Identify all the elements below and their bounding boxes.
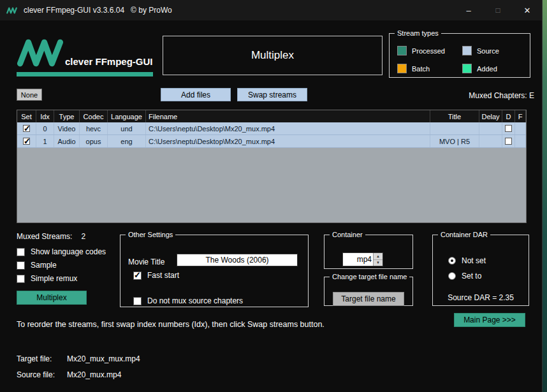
stream-types-label: Stream types [395, 29, 441, 37]
column-header-codec[interactable]: Codec [80, 110, 108, 122]
page-title-label: Multiplex [251, 49, 294, 62]
set-checkbox[interactable] [23, 125, 30, 132]
no-source-chapters-checkbox[interactable] [133, 297, 142, 305]
main-page-button[interactable]: Main Page >>> [454, 313, 525, 327]
minimize-icon[interactable]: – [454, 0, 483, 20]
no-source-chapters-label: Do not mux source chapters [147, 296, 243, 305]
batch-swatch [397, 64, 407, 73]
muxed-streams-status: Muxed Streams: 2 [17, 232, 85, 241]
logo-underline [17, 72, 153, 76]
column-header-delay[interactable]: Delay [479, 110, 502, 122]
d-checkbox[interactable] [505, 138, 512, 145]
idx-cell: 1 [36, 135, 54, 147]
window-title: clever FFmpeg-GUI v3.3.6.04 © by ProWo [24, 6, 172, 15]
muxed-chapters-status: Muxed Chapters: E [469, 91, 534, 100]
simple-remux-checkbox[interactable] [17, 275, 25, 283]
simple-remux-label: Simple remux [31, 274, 77, 283]
other-settings-group: Other Settings Movie Title Fast start Do… [120, 231, 309, 307]
source-file-label: Source file: [17, 370, 67, 379]
simple-remux-option[interactable]: Simple remux [17, 274, 77, 283]
muxed-streams-label: Muxed Streams: [17, 232, 72, 241]
add-files-button[interactable]: Add files [161, 88, 231, 101]
title-cell [430, 122, 479, 134]
spin-up-icon[interactable]: ▲ [374, 253, 383, 260]
d-cell [502, 122, 515, 134]
legend-source-label: Source [477, 47, 499, 55]
processed-swatch [397, 46, 407, 55]
dar-not-set-radio[interactable] [448, 257, 456, 265]
f-cell [515, 122, 526, 134]
maximize-icon[interactable]: □ [483, 0, 513, 20]
close-icon[interactable]: ✕ [513, 0, 542, 20]
fast-start-label: Fast start [147, 271, 179, 280]
target-file-value: Mx20_mux_mux.mp4 [67, 354, 140, 363]
table-row[interactable]: 0 Video hevc und C:\Users\neptu\Desktop\… [17, 122, 526, 135]
language-cell: und [108, 122, 146, 134]
idx-cell: 0 [36, 122, 54, 134]
codec-cell: hevc [80, 122, 108, 134]
dar-set-to-radio[interactable] [448, 272, 456, 280]
none-button[interactable]: None [17, 89, 42, 101]
stream-types-group: Stream types Processed Source Batch Adde… [389, 29, 530, 78]
page-title: Multiplex [163, 36, 383, 75]
container-input[interactable] [343, 253, 373, 266]
column-header-d[interactable]: D [502, 110, 515, 122]
dar-not-set-option[interactable]: Not set [448, 256, 486, 265]
d-cell [502, 135, 515, 147]
no-source-chapters-option[interactable]: Do not mux source chapters [133, 296, 243, 305]
show-language-codes-option[interactable]: Show language codes [17, 247, 106, 256]
dar-set-to-option[interactable]: Set to [448, 272, 481, 280]
column-header-type[interactable]: Type [54, 110, 80, 122]
movie-title-input[interactable] [177, 254, 298, 266]
language-cell: eng [108, 135, 146, 147]
sample-checkbox[interactable] [17, 261, 25, 270]
legend-batch: Batch [397, 64, 430, 73]
table-header-row: Set Idx Type Codec Language Filename Tit… [17, 110, 526, 122]
delay-cell [479, 135, 502, 147]
filename-cell: C:\Users\neptu\Desktop\Mx20_mux.mp4 [146, 135, 430, 147]
source-swatch [462, 46, 472, 55]
codec-cell: opus [80, 135, 108, 147]
filename-cell: C:\Users\neptu\Desktop\Mx20_mux.mp4 [146, 122, 430, 134]
other-settings-label: Other Settings [126, 231, 175, 238]
table-row[interactable]: 1 Audio opus eng C:\Users\neptu\Desktop\… [17, 135, 526, 148]
dar-not-set-label: Not set [462, 256, 486, 265]
set-checkbox[interactable] [23, 138, 30, 145]
container-dar-label: Container DAR [438, 231, 490, 238]
d-checkbox[interactable] [505, 125, 512, 132]
sample-option[interactable]: Sample [17, 261, 57, 270]
type-cell: Audio [54, 135, 80, 147]
column-header-title[interactable]: Title [430, 110, 479, 122]
column-header-f[interactable]: F [515, 110, 526, 122]
target-file-name-button[interactable]: Target file name [333, 292, 404, 306]
spin-down-icon[interactable]: ▼ [374, 260, 383, 266]
show-language-codes-checkbox[interactable] [17, 248, 25, 256]
window-controls: – □ ✕ [454, 0, 542, 20]
fast-start-checkbox[interactable] [133, 272, 142, 280]
change-target-name-group: Change target file name Target file name [324, 273, 413, 306]
swap-streams-button[interactable]: Swap streams [237, 88, 307, 101]
legend-processed: Processed [397, 46, 445, 55]
column-header-filename[interactable]: Filename [146, 110, 430, 122]
show-language-codes-label: Show language codes [31, 247, 106, 256]
reorder-hint-text: To reorder the streams, first swap index… [17, 320, 325, 329]
f-cell [515, 135, 526, 147]
fast-start-option[interactable]: Fast start [133, 271, 179, 280]
added-swatch [462, 64, 472, 73]
target-file-label: Target file: [17, 354, 67, 363]
container-label: Container [330, 231, 365, 238]
container-dar-group: Container DAR Not set Set to Source DAR … [432, 231, 529, 306]
type-cell: Video [54, 122, 80, 134]
column-header-set[interactable]: Set [17, 110, 36, 122]
title-value: MVO | R5 [439, 138, 470, 145]
app-icon [6, 5, 17, 16]
legend-source: Source [462, 46, 499, 55]
movie-title-label: Movie Title [128, 258, 164, 266]
column-header-language[interactable]: Language [108, 110, 146, 122]
multiplex-button[interactable]: Multiplex [17, 291, 87, 305]
dar-set-to-label: Set to [462, 272, 481, 280]
legend-processed-label: Processed [412, 47, 445, 55]
column-header-idx[interactable]: Idx [36, 110, 54, 122]
target-file-row: Target file: Mx20_mux_mux.mp4 [17, 354, 140, 363]
legend-added: Added [462, 64, 497, 73]
